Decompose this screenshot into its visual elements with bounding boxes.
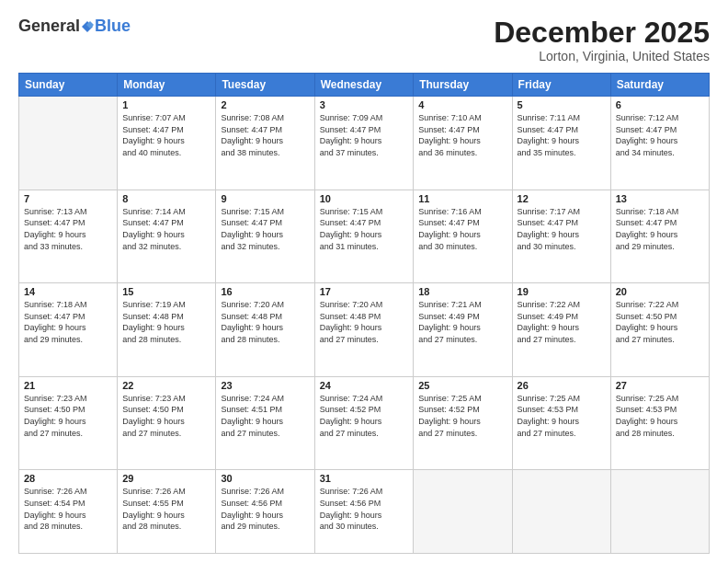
- calendar-day-cell: [610, 470, 709, 554]
- day-number: 16: [221, 286, 309, 297]
- day-number: 21: [24, 380, 112, 391]
- day-info: Sunrise: 7:23 AM Sunset: 4:50 PM Dayligh…: [122, 393, 210, 439]
- calendar-day-cell: 10Sunrise: 7:15 AM Sunset: 4:47 PM Dayli…: [314, 190, 414, 283]
- day-info: Sunrise: 7:20 AM Sunset: 4:48 PM Dayligh…: [320, 299, 409, 345]
- day-number: 9: [221, 193, 309, 204]
- calendar-day-cell: 6Sunrise: 7:12 AM Sunset: 4:47 PM Daylig…: [610, 97, 709, 190]
- calendar-day-cell: 3Sunrise: 7:09 AM Sunset: 4:47 PM Daylig…: [314, 97, 414, 190]
- day-number: 14: [24, 286, 112, 297]
- day-number: 30: [221, 473, 309, 484]
- calendar-day-cell: 21Sunrise: 7:23 AM Sunset: 4:50 PM Dayli…: [19, 376, 118, 470]
- day-number: 23: [221, 380, 309, 391]
- day-info: Sunrise: 7:26 AM Sunset: 4:56 PM Dayligh…: [221, 486, 309, 532]
- day-number: 18: [418, 286, 506, 297]
- day-number: 7: [24, 193, 112, 204]
- day-info: Sunrise: 7:25 AM Sunset: 4:53 PM Dayligh…: [518, 393, 606, 439]
- calendar-day-cell: 12Sunrise: 7:17 AM Sunset: 4:47 PM Dayli…: [512, 190, 610, 283]
- day-number: 15: [122, 286, 210, 297]
- calendar-day-cell: 4Sunrise: 7:10 AM Sunset: 4:47 PM Daylig…: [414, 97, 512, 190]
- header-thursday: Thursday: [414, 74, 512, 97]
- calendar-day-cell: 1Sunrise: 7:07 AM Sunset: 4:47 PM Daylig…: [118, 97, 216, 190]
- calendar-week-row: 21Sunrise: 7:23 AM Sunset: 4:50 PM Dayli…: [19, 376, 710, 470]
- calendar-header-row: Sunday Monday Tuesday Wednesday Thursday…: [19, 74, 710, 97]
- header-sunday: Sunday: [19, 74, 118, 97]
- header-tuesday: Tuesday: [216, 74, 314, 97]
- day-info: Sunrise: 7:16 AM Sunset: 4:47 PM Dayligh…: [418, 206, 506, 252]
- calendar-day-cell: 17Sunrise: 7:20 AM Sunset: 4:48 PM Dayli…: [314, 283, 414, 377]
- day-info: Sunrise: 7:12 AM Sunset: 4:47 PM Dayligh…: [616, 112, 704, 158]
- day-info: Sunrise: 7:15 AM Sunset: 4:47 PM Dayligh…: [320, 206, 409, 252]
- day-info: Sunrise: 7:08 AM Sunset: 4:47 PM Dayligh…: [221, 112, 309, 158]
- calendar-week-row: 7Sunrise: 7:13 AM Sunset: 4:47 PM Daylig…: [19, 190, 710, 283]
- day-info: Sunrise: 7:09 AM Sunset: 4:47 PM Dayligh…: [320, 112, 409, 158]
- header-friday: Friday: [512, 74, 610, 97]
- day-info: Sunrise: 7:21 AM Sunset: 4:49 PM Dayligh…: [418, 299, 506, 345]
- calendar-day-cell: 25Sunrise: 7:25 AM Sunset: 4:52 PM Dayli…: [414, 376, 512, 470]
- calendar-day-cell: 23Sunrise: 7:24 AM Sunset: 4:51 PM Dayli…: [216, 376, 314, 470]
- day-number: 20: [616, 286, 704, 297]
- header-wednesday: Wednesday: [314, 74, 414, 97]
- title-block: December 2025 Lorton, Virginia, United S…: [494, 17, 710, 63]
- day-info: Sunrise: 7:22 AM Sunset: 4:50 PM Dayligh…: [616, 299, 704, 345]
- day-info: Sunrise: 7:25 AM Sunset: 4:53 PM Dayligh…: [616, 393, 704, 439]
- calendar-day-cell: 13Sunrise: 7:18 AM Sunset: 4:47 PM Dayli…: [610, 190, 709, 283]
- day-number: 17: [320, 286, 409, 297]
- calendar-day-cell: 11Sunrise: 7:16 AM Sunset: 4:47 PM Dayli…: [414, 190, 512, 283]
- day-number: 13: [616, 193, 704, 204]
- day-number: 22: [122, 380, 210, 391]
- day-info: Sunrise: 7:24 AM Sunset: 4:51 PM Dayligh…: [221, 393, 309, 439]
- calendar-day-cell: 29Sunrise: 7:26 AM Sunset: 4:55 PM Dayli…: [118, 470, 216, 554]
- day-number: 29: [122, 473, 210, 484]
- calendar-day-cell: 27Sunrise: 7:25 AM Sunset: 4:53 PM Dayli…: [610, 376, 709, 470]
- day-info: Sunrise: 7:10 AM Sunset: 4:47 PM Dayligh…: [418, 112, 506, 158]
- day-info: Sunrise: 7:17 AM Sunset: 4:47 PM Dayligh…: [518, 206, 606, 252]
- calendar-day-cell: 5Sunrise: 7:11 AM Sunset: 4:47 PM Daylig…: [512, 97, 610, 190]
- day-number: 27: [616, 380, 704, 391]
- calendar-day-cell: 30Sunrise: 7:26 AM Sunset: 4:56 PM Dayli…: [216, 470, 314, 554]
- calendar-day-cell: 14Sunrise: 7:18 AM Sunset: 4:47 PM Dayli…: [19, 283, 118, 377]
- header-saturday: Saturday: [610, 74, 709, 97]
- day-number: 3: [320, 99, 409, 110]
- month-title: December 2025: [494, 17, 710, 49]
- calendar-week-row: 28Sunrise: 7:26 AM Sunset: 4:54 PM Dayli…: [19, 470, 710, 554]
- calendar-day-cell: 2Sunrise: 7:08 AM Sunset: 4:47 PM Daylig…: [216, 97, 314, 190]
- day-number: 19: [518, 286, 606, 297]
- day-number: 10: [320, 193, 409, 204]
- day-info: Sunrise: 7:18 AM Sunset: 4:47 PM Dayligh…: [24, 299, 112, 345]
- day-number: 5: [518, 99, 606, 110]
- day-number: 25: [418, 380, 506, 391]
- day-info: Sunrise: 7:07 AM Sunset: 4:47 PM Dayligh…: [122, 112, 210, 158]
- logo-general-text: General: [18, 17, 80, 36]
- calendar-day-cell: 26Sunrise: 7:25 AM Sunset: 4:53 PM Dayli…: [512, 376, 610, 470]
- calendar-day-cell: [414, 470, 512, 554]
- logo: General Blue: [18, 17, 131, 36]
- calendar-table: Sunday Monday Tuesday Wednesday Thursday…: [18, 73, 710, 554]
- calendar-day-cell: [512, 470, 610, 554]
- day-number: 2: [221, 99, 309, 110]
- calendar-week-row: 14Sunrise: 7:18 AM Sunset: 4:47 PM Dayli…: [19, 283, 710, 377]
- day-number: 26: [518, 380, 606, 391]
- logo-icon: [81, 20, 94, 33]
- day-info: Sunrise: 7:23 AM Sunset: 4:50 PM Dayligh…: [24, 393, 112, 439]
- day-info: Sunrise: 7:13 AM Sunset: 4:47 PM Dayligh…: [24, 206, 112, 252]
- day-info: Sunrise: 7:19 AM Sunset: 4:48 PM Dayligh…: [122, 299, 210, 345]
- day-number: 4: [418, 99, 506, 110]
- day-info: Sunrise: 7:14 AM Sunset: 4:47 PM Dayligh…: [122, 206, 210, 252]
- calendar-day-cell: 18Sunrise: 7:21 AM Sunset: 4:49 PM Dayli…: [414, 283, 512, 377]
- calendar-day-cell: 9Sunrise: 7:15 AM Sunset: 4:47 PM Daylig…: [216, 190, 314, 283]
- day-info: Sunrise: 7:11 AM Sunset: 4:47 PM Dayligh…: [518, 112, 606, 158]
- day-info: Sunrise: 7:24 AM Sunset: 4:52 PM Dayligh…: [320, 393, 409, 439]
- calendar-day-cell: 19Sunrise: 7:22 AM Sunset: 4:49 PM Dayli…: [512, 283, 610, 377]
- calendar-day-cell: 24Sunrise: 7:24 AM Sunset: 4:52 PM Dayli…: [314, 376, 414, 470]
- day-number: 8: [122, 193, 210, 204]
- day-info: Sunrise: 7:25 AM Sunset: 4:52 PM Dayligh…: [418, 393, 506, 439]
- day-info: Sunrise: 7:26 AM Sunset: 4:54 PM Dayligh…: [24, 486, 112, 532]
- calendar-day-cell: [19, 97, 118, 190]
- day-number: 28: [24, 473, 112, 484]
- calendar-day-cell: 31Sunrise: 7:26 AM Sunset: 4:56 PM Dayli…: [314, 470, 414, 554]
- day-number: 24: [320, 380, 409, 391]
- calendar-day-cell: 8Sunrise: 7:14 AM Sunset: 4:47 PM Daylig…: [118, 190, 216, 283]
- day-info: Sunrise: 7:26 AM Sunset: 4:56 PM Dayligh…: [320, 486, 409, 532]
- calendar-day-cell: 28Sunrise: 7:26 AM Sunset: 4:54 PM Dayli…: [19, 470, 118, 554]
- calendar-day-cell: 15Sunrise: 7:19 AM Sunset: 4:48 PM Dayli…: [118, 283, 216, 377]
